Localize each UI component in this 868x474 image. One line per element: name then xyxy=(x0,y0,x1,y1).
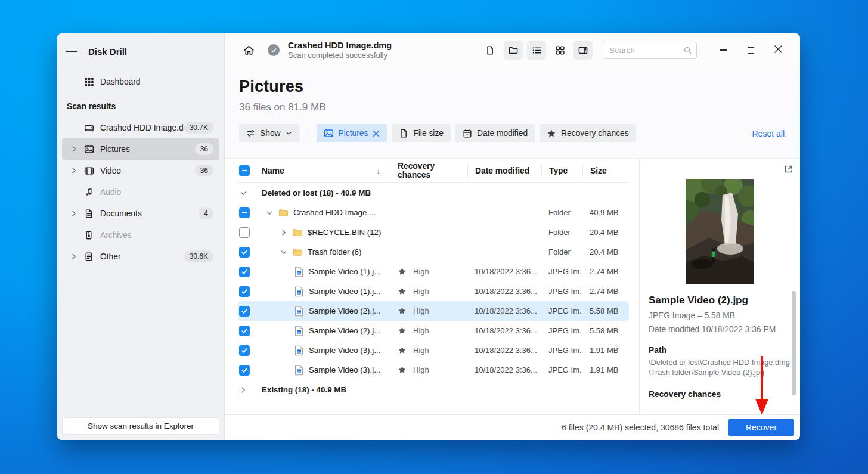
filter-chip-date-modified[interactable]: Date modified xyxy=(455,124,535,142)
table-row[interactable]: $RECYCLE.BIN (12)Folder20.4 MB xyxy=(238,222,629,242)
new-session-button[interactable] xyxy=(480,41,500,60)
minimize-icon xyxy=(720,49,727,51)
audio-icon xyxy=(83,187,94,197)
external-link-icon xyxy=(783,164,793,176)
date-modified: 10/18/2022 3:36... xyxy=(467,346,541,355)
date-modified: 10/18/2022 3:36... xyxy=(467,326,541,335)
folder-icon xyxy=(293,227,303,238)
file-name: Sample Video (2).j... xyxy=(309,326,380,335)
row-checkbox[interactable] xyxy=(239,326,250,336)
table-row[interactable]: Sample Video (3).j...High10/18/2022 3:36… xyxy=(238,340,629,360)
row-checkbox[interactable] xyxy=(239,267,250,277)
table-row[interactable]: Sample Video (3).j...High10/18/2022 3:36… xyxy=(238,360,629,380)
show-filter-button[interactable]: Show xyxy=(239,124,299,142)
count-badge: 36 xyxy=(195,143,213,155)
row-checkbox[interactable] xyxy=(239,207,250,218)
grid-view-icon xyxy=(555,45,565,55)
image-file-icon xyxy=(294,345,304,356)
scan-results-section-label: Scan results xyxy=(62,92,219,117)
table-row[interactable]: Sample Video (1).j...High10/18/2022 3:36… xyxy=(238,281,629,301)
sidebar-item-archives[interactable]: Archives xyxy=(62,224,219,246)
sidebar: Disk Drill Dashboard Scan results Crashe… xyxy=(57,33,225,440)
recovery-star-icon xyxy=(398,306,407,315)
row-checkbox[interactable] xyxy=(239,247,250,258)
topbar: Crashed HDD Image.dmg Scan completed suc… xyxy=(225,33,800,67)
filter-chip-file-size[interactable]: File size xyxy=(392,124,451,142)
row-checkbox[interactable] xyxy=(239,286,250,297)
close-button[interactable] xyxy=(764,38,792,62)
file-name: Crashed HDD Image.... xyxy=(293,208,376,217)
sidebar-item-audio[interactable]: Audio xyxy=(62,181,219,203)
sidebar-item-other[interactable]: Other30.6K xyxy=(62,246,219,267)
sidebar-item-pictures[interactable]: Pictures36 xyxy=(62,138,219,160)
column-header-name[interactable]: Name ↓ xyxy=(256,164,390,177)
main-area: Crashed HDD Image.dmg Scan completed suc… xyxy=(225,33,800,440)
results-body: Name ↓ Recovery chances Date modified Ty… xyxy=(225,158,800,414)
file-name: $RECYCLE.BIN (12) xyxy=(308,228,381,237)
column-header-size[interactable]: Size xyxy=(582,164,629,177)
file-type: Folder xyxy=(541,228,582,237)
drive-icon xyxy=(83,122,94,133)
preview-scrollbar[interactable] xyxy=(792,291,796,395)
calendar-icon xyxy=(463,129,472,138)
preview-panel-toggle-icon xyxy=(578,45,588,55)
recovery-chance: High xyxy=(413,346,429,355)
chip-close-icon[interactable] xyxy=(373,130,380,137)
list-view-button[interactable] xyxy=(527,41,546,60)
folder-view-button[interactable] xyxy=(504,41,523,60)
group-row[interactable]: Deleted or lost (18) - 40.9 MB xyxy=(238,183,629,203)
grid-view-button[interactable] xyxy=(550,41,569,60)
sidebar-item-label: Crashed HDD Image.d... xyxy=(100,123,184,132)
filter-chip-recovery-chances[interactable]: Recovery chances xyxy=(540,124,636,142)
row-checkbox[interactable] xyxy=(239,227,250,238)
recover-button[interactable]: Recover xyxy=(728,419,794,436)
file-type: Folder xyxy=(541,247,582,256)
preview-panel: Sample Video (2).jpg JPEG Image – 5.58 M… xyxy=(639,159,800,414)
show-scan-results-button[interactable]: Show scan results in Explorer xyxy=(62,417,219,435)
table-row[interactable]: Crashed HDD Image....Folder40.9 MB xyxy=(238,203,629,222)
sidebar-item-crashed-hdd-image-d[interactable]: Crashed HDD Image.d...30.7K xyxy=(62,117,219,138)
sidebar-item-dashboard[interactable]: Dashboard xyxy=(62,71,219,92)
column-header-date-modified[interactable]: Date modified xyxy=(467,164,541,177)
sidebar-item-label: Documents xyxy=(100,209,199,218)
open-external-button[interactable] xyxy=(782,163,795,176)
column-header-type[interactable]: Type xyxy=(541,164,582,177)
bottom-bar: 6 files (20.4 MB) selected, 30686 files … xyxy=(225,414,800,440)
dashboard-icon xyxy=(83,76,94,87)
minimize-button[interactable] xyxy=(709,38,737,62)
sidebar-item-video[interactable]: Video36 xyxy=(62,160,219,181)
filter-chip-pictures[interactable]: Pictures xyxy=(317,124,388,142)
preview-image xyxy=(686,179,754,284)
table-row[interactable]: Sample Video (2).j...High10/18/2022 3:36… xyxy=(238,321,629,340)
select-all-checkbox[interactable] xyxy=(239,165,250,176)
chevron-right-icon xyxy=(70,208,78,219)
row-checkbox[interactable] xyxy=(239,365,250,376)
home-button[interactable] xyxy=(239,41,258,60)
page-subtitle: 36 files on 81.9 MB xyxy=(239,101,785,113)
sidebar-item-label: Archives xyxy=(100,231,213,240)
table-row[interactable]: Sample Video (2).j...High10/18/2022 3:36… xyxy=(238,301,629,321)
file-type: JPEG Im... xyxy=(541,306,582,315)
sidebar-item-documents[interactable]: Documents4 xyxy=(62,203,219,224)
file-type: JPEG Im... xyxy=(541,365,582,374)
list-view-icon xyxy=(532,45,542,55)
hamburger-menu-icon[interactable] xyxy=(66,48,78,56)
count-badge: 30.7K xyxy=(184,122,213,134)
file-name: Sample Video (3).j... xyxy=(309,365,380,374)
preview-panel-toggle-button[interactable] xyxy=(574,41,593,60)
file-name: Sample Video (1).j... xyxy=(309,287,380,296)
recovery-chance: High xyxy=(413,365,429,374)
column-header-recovery-chances[interactable]: Recovery chances xyxy=(390,164,467,177)
table-row[interactable]: Sample Video (1).j...High10/18/2022 3:36… xyxy=(238,262,629,281)
file-name: Sample Video (2).j... xyxy=(309,306,380,315)
group-row[interactable]: Existing (18) - 40.9 MB xyxy=(238,380,629,399)
table-row[interactable]: Trash folder (6)Folder20.4 MB xyxy=(238,242,629,262)
table-header: Name ↓ Recovery chances Date modified Ty… xyxy=(238,159,629,183)
maximize-button[interactable] xyxy=(737,38,764,62)
image-file-icon xyxy=(294,267,304,277)
row-checkbox[interactable] xyxy=(239,306,250,317)
chevron-right-icon xyxy=(239,386,247,394)
reset-all-link[interactable]: Reset all xyxy=(752,129,785,138)
row-checkbox[interactable] xyxy=(239,345,250,356)
sort-direction-icon[interactable]: ↓ xyxy=(377,166,381,175)
